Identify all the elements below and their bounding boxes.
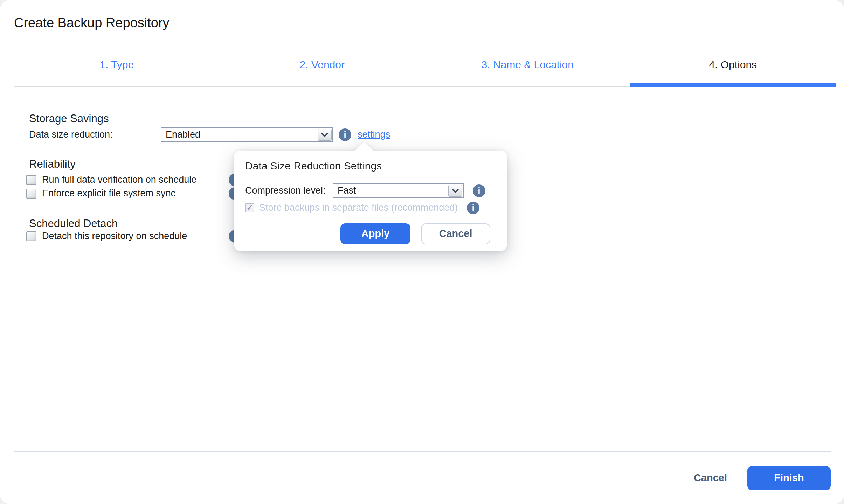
reliability-heading: Reliability bbox=[29, 158, 76, 171]
scheduled-detach-heading: Scheduled Detach bbox=[29, 217, 118, 231]
compression-level-label: Compression level: bbox=[245, 185, 333, 197]
popover-actions: Apply Cancel bbox=[245, 223, 496, 244]
tab-options-label: 4. Options bbox=[709, 58, 757, 71]
tab-name-location-label: 3. Name & Location bbox=[482, 58, 574, 71]
info-icon[interactable]: i bbox=[473, 184, 485, 197]
detach-schedule-row: Detach this repository on schedule i bbox=[26, 230, 241, 243]
compression-level-value: Fast bbox=[333, 185, 448, 197]
data-size-reduction-label: Data size reduction: bbox=[29, 129, 161, 141]
tab-options[interactable]: 4. Options bbox=[630, 52, 836, 86]
data-size-reduction-settings-popover: Data Size Reduction Settings Compression… bbox=[234, 150, 507, 251]
apply-button[interactable]: Apply bbox=[340, 223, 410, 244]
cancel-button[interactable]: Cancel bbox=[694, 471, 727, 484]
checkbox-store-backups-separate: ✓ bbox=[245, 203, 254, 212]
chevron-down-icon[interactable] bbox=[448, 185, 462, 197]
create-backup-repository-dialog: Create Backup Repository 1. Type 2. Vend… bbox=[0, 0, 844, 504]
popover-cancel-button[interactable]: Cancel bbox=[421, 223, 490, 244]
checkbox-enforce-fs-sync[interactable] bbox=[26, 189, 36, 199]
compression-level-select[interactable]: Fast bbox=[333, 183, 464, 198]
enforce-sync-row: Enforce explicit file system sync i bbox=[26, 187, 241, 200]
checkbox-run-full-verification[interactable] bbox=[26, 175, 36, 185]
tab-type-label: 1. Type bbox=[99, 58, 134, 71]
detach-schedule-label: Detach this repository on schedule bbox=[42, 230, 187, 242]
compression-level-row: Compression level: Fast i bbox=[245, 183, 496, 198]
tab-vendor-label: 2. Vendor bbox=[300, 58, 345, 71]
storage-savings-heading: Storage Savings bbox=[29, 112, 109, 126]
tab-vendor[interactable]: 2. Vendor bbox=[220, 52, 425, 86]
run-verification-label: Run full data verification on schedule bbox=[42, 174, 196, 186]
enforce-sync-label: Enforce explicit file system sync bbox=[42, 188, 175, 200]
checkbox-detach-on-schedule[interactable] bbox=[26, 231, 36, 241]
data-size-reduction-row: Data size reduction: Enabled i settings bbox=[29, 127, 390, 142]
chevron-down-icon[interactable] bbox=[318, 129, 332, 141]
store-backups-label: Store backups in separate files (recomme… bbox=[259, 202, 458, 214]
data-size-reduction-select[interactable]: Enabled bbox=[161, 127, 333, 142]
info-icon[interactable]: i bbox=[467, 202, 479, 214]
info-icon[interactable]: i bbox=[339, 128, 351, 141]
run-verification-row: Run full data verification on schedule i bbox=[26, 174, 241, 186]
tab-name-location[interactable]: 3. Name & Location bbox=[425, 52, 630, 86]
tab-type[interactable]: 1. Type bbox=[14, 52, 220, 86]
settings-link[interactable]: settings bbox=[358, 129, 390, 141]
page-title: Create Backup Repository bbox=[14, 15, 170, 31]
finish-button[interactable]: Finish bbox=[747, 466, 831, 490]
data-size-reduction-value: Enabled bbox=[161, 129, 317, 141]
popover-title: Data Size Reduction Settings bbox=[245, 159, 496, 173]
wizard-tabs: 1. Type 2. Vendor 3. Name & Location 4. … bbox=[14, 52, 836, 87]
wizard-footer: Cancel Finish bbox=[14, 451, 831, 504]
store-backups-row: ✓ Store backups in separate files (recom… bbox=[245, 203, 485, 212]
